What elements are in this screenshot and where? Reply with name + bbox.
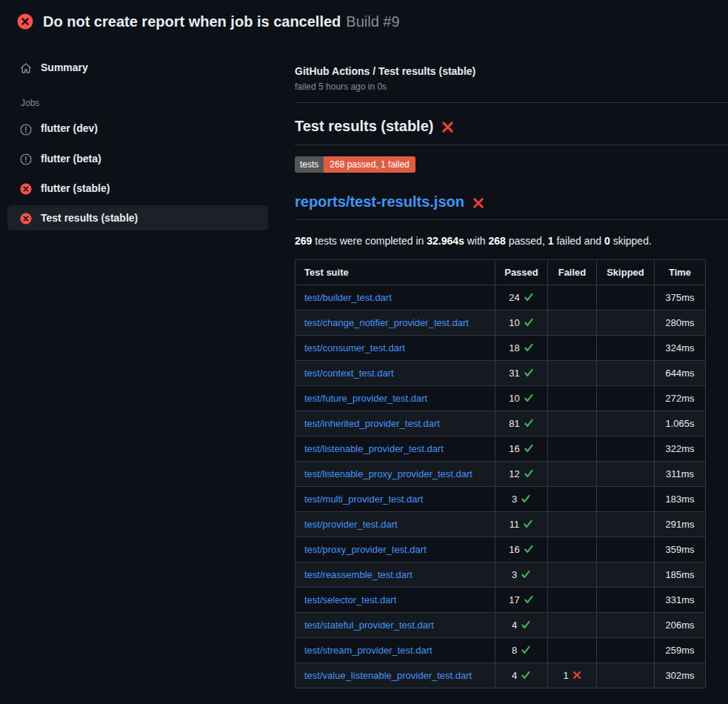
passed-cell: 3	[495, 487, 548, 512]
table-row: test/consumer_test.dart18324ms	[295, 336, 706, 361]
test-suite-link[interactable]: test/value_listenable_provider_test.dart	[304, 670, 472, 681]
jobs-section-label: Jobs	[7, 98, 268, 108]
failed-cell	[548, 386, 597, 411]
test-suite-link[interactable]: test/listenable_proxy_provider_test.dart	[304, 468, 472, 479]
sidebar-item-label: flutter (stable)	[41, 182, 110, 195]
column-header: Time	[655, 260, 706, 285]
stop-icon	[20, 122, 32, 135]
time-cell: 185ms	[655, 562, 706, 588]
test-suite-link[interactable]: test/builder_test.dart	[304, 292, 392, 303]
passed-cell: 8	[495, 638, 548, 663]
failed-cell	[548, 588, 597, 613]
passed-count: 3	[512, 494, 517, 505]
test-suite-cell: test/value_listenable_provider_test.dart	[295, 663, 495, 688]
summary-segment: failed and	[554, 235, 605, 247]
failed-cell	[548, 562, 597, 588]
sidebar-item-flutter-stable[interactable]: flutter (stable)	[7, 176, 268, 201]
passed-cell: 16	[495, 436, 548, 462]
test-suite-link[interactable]: test/listenable_provider_test.dart	[304, 443, 444, 454]
test-suite-cell: test/multi_provider_test.dart	[295, 487, 495, 512]
table-row: test/stateful_provider_test.dart4206ms	[295, 613, 706, 638]
check-icon	[524, 418, 534, 429]
test-suite-link[interactable]: test/inherited_provider_test.dart	[304, 418, 440, 429]
test-suite-cell: test/change_notifier_provider_test.dart	[295, 311, 495, 336]
test-suite-link[interactable]: test/multi_provider_test.dart	[304, 494, 423, 505]
check-icon	[524, 468, 534, 479]
check-icon	[524, 342, 534, 353]
test-suite-link[interactable]: test/stream_provider_test.dart	[304, 645, 433, 656]
passed-count: 16	[509, 443, 519, 454]
check-icon	[524, 292, 534, 303]
time-cell: 331ms	[655, 588, 706, 613]
cross-mark-icon	[441, 116, 454, 136]
cross-mark-icon	[472, 192, 484, 211]
check-icon	[524, 443, 534, 454]
passed-cell: 17	[495, 588, 548, 613]
test-suite-cell: test/context_test.dart	[295, 361, 495, 386]
passed-count: 31	[509, 368, 519, 379]
failed-cell	[548, 537, 597, 562]
passed-cell: 4	[495, 663, 548, 688]
column-header: Passed	[495, 260, 548, 285]
sidebar: Summary Jobs flutter (dev)flutter (beta)…	[7, 43, 268, 235]
sidebar-item-test-results-stable[interactable]: Test results (stable)	[7, 205, 268, 230]
passed-cell: 31	[495, 361, 548, 386]
passed-count: 11	[510, 519, 520, 530]
passed-cell: 81	[495, 411, 548, 436]
test-suite-link[interactable]: test/proxy_provider_test.dart	[304, 544, 427, 555]
time-cell: 324ms	[655, 336, 706, 361]
table-header-row: Test suitePassedFailedSkippedTime	[295, 260, 706, 285]
test-suite-link[interactable]: test/reassemble_test.dart	[304, 569, 413, 580]
table-row: test/listenable_provider_test.dart16322m…	[295, 436, 706, 462]
failed-cell: 1	[548, 663, 597, 688]
summary-segment: 0	[604, 235, 610, 247]
test-suite-link[interactable]: test/change_notifier_provider_test.dart	[304, 317, 469, 328]
main-content: GitHub Actions / Test results (stable) f…	[268, 43, 728, 688]
passed-count: 17	[509, 594, 519, 605]
skipped-cell	[597, 436, 655, 462]
table-row: test/selector_test.dart17331ms	[295, 588, 706, 613]
time-cell: 359ms	[655, 537, 706, 562]
test-suite-link[interactable]: test/context_test.dart	[304, 368, 394, 379]
test-suite-cell: test/listenable_proxy_provider_test.dart	[295, 462, 495, 487]
failed-cell	[548, 311, 597, 336]
skipped-cell	[597, 386, 655, 411]
passed-count: 81	[509, 418, 519, 429]
test-suite-link[interactable]: test/consumer_test.dart	[304, 342, 405, 353]
check-icon	[521, 620, 531, 631]
summary-segment: with	[464, 235, 489, 247]
failed-cell	[548, 462, 597, 487]
failed-cell	[548, 336, 597, 361]
check-icon	[521, 645, 531, 656]
summary-segment: 32.964s	[427, 235, 464, 247]
failed-cell	[548, 436, 597, 462]
test-suite-link[interactable]: test/future_provider_test.dart	[304, 393, 427, 404]
test-suite-link[interactable]: test/provider_test.dart	[304, 519, 398, 530]
run-status-line: failed 5 hours ago in 0s	[295, 82, 728, 92]
check-icon	[524, 544, 534, 555]
time-cell: 272ms	[655, 386, 706, 411]
test-suite-link[interactable]: test/stateful_provider_test.dart	[304, 620, 434, 631]
table-row: test/stream_provider_test.dart8259ms	[295, 638, 706, 663]
run-title: Do not create report when job is cancell…	[43, 11, 400, 32]
failed-count: 1	[563, 670, 568, 681]
failed-cell	[548, 285, 597, 311]
sidebar-item-flutter-dev[interactable]: flutter (dev)	[7, 116, 268, 141]
table-row: test/change_notifier_provider_test.dart1…	[295, 311, 706, 336]
check-icon	[524, 393, 534, 404]
sidebar-item-summary[interactable]: Summary	[7, 55, 268, 80]
sidebar-item-flutter-beta[interactable]: flutter (beta)	[7, 146, 268, 171]
passed-cell: 10	[495, 386, 548, 411]
passed-count: 4	[512, 620, 517, 631]
summary-segment: skipped.	[610, 235, 652, 247]
table-row: test/inherited_provider_test.dart811.065…	[295, 411, 706, 436]
build-number: Build #9	[346, 13, 399, 30]
report-file-link[interactable]: reports/test-results.json	[295, 192, 464, 211]
test-suite-link[interactable]: test/selector_test.dart	[304, 594, 396, 605]
test-suite-cell: test/listenable_provider_test.dart	[295, 436, 495, 462]
home-icon	[20, 61, 32, 74]
table-body: test/builder_test.dart24375mstest/change…	[295, 285, 706, 688]
test-suite-cell: test/provider_test.dart	[295, 512, 495, 537]
table-row: test/listenable_proxy_provider_test.dart…	[295, 462, 706, 487]
skipped-cell	[597, 613, 655, 638]
